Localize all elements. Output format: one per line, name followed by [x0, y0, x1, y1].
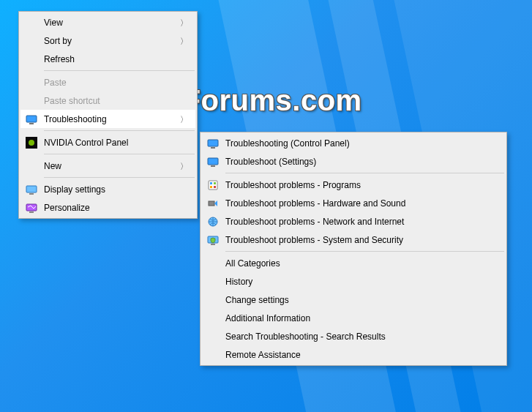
submenu-item-change-settings[interactable]: Change settings: [202, 291, 505, 309]
menu-item-paste: Paste: [20, 73, 195, 91]
submenu-item-troubleshoot-settings[interactable]: Troubleshoot (Settings): [202, 152, 505, 171]
submenu-item-all-categories[interactable]: All Categories: [202, 254, 505, 272]
menu-item-personalize[interactable]: Personalize: [20, 198, 195, 217]
menu-label: New: [44, 161, 61, 171]
chevron-right-icon: 〉: [180, 35, 188, 46]
svg-rect-17: [209, 201, 214, 206]
svg-rect-9: [211, 147, 215, 149]
menu-separator: [44, 70, 195, 71]
menu-item-nvidia-control-panel[interactable]: NVIDIA Control Panel: [20, 133, 195, 151]
menu-label: Troubleshooting: [44, 114, 107, 124]
troubleshoot-icon: [206, 155, 220, 168]
display-settings-icon: [25, 183, 38, 196]
chevron-right-icon: 〉: [180, 160, 188, 171]
troubleshooting-submenu: Troubleshooting (Control Panel) Troubles…: [200, 132, 507, 366]
menu-label: Troubleshooting (Control Panel): [225, 138, 350, 149]
svg-rect-12: [209, 181, 217, 190]
submenu-item-programs[interactable]: Troubleshoot problems - Programs: [202, 176, 505, 194]
menu-separator: [44, 154, 195, 154]
menu-label: Change settings: [225, 295, 289, 305]
svg-rect-8: [208, 140, 218, 146]
submenu-item-history[interactable]: History: [202, 272, 505, 291]
menu-separator: [225, 251, 504, 252]
menu-label: Paste shortcut: [44, 96, 100, 106]
svg-rect-13: [210, 182, 212, 184]
submenu-item-troubleshooting-control-panel[interactable]: Troubleshooting (Control Panel): [202, 134, 505, 152]
menu-item-new[interactable]: New 〉: [20, 157, 195, 175]
network-icon: [206, 215, 220, 228]
submenu-item-search-results[interactable]: Search Troubleshooting - Search Results: [202, 327, 505, 345]
menu-label: Paste: [44, 78, 67, 88]
menu-label: Search Troubleshooting - Search Results: [225, 332, 386, 342]
menu-label: Personalize: [44, 203, 90, 213]
menu-label: Troubleshoot problems - Network and Inte…: [225, 217, 404, 227]
menu-separator: [44, 130, 195, 131]
menu-label: Additional Information: [225, 313, 310, 323]
menu-label: Troubleshoot problems - System and Secur…: [225, 235, 403, 245]
submenu-item-hardware-and-sound[interactable]: Troubleshoot problems - Hardware and Sou…: [202, 194, 505, 212]
menu-label: Refresh: [44, 54, 75, 64]
svg-point-3: [29, 140, 34, 146]
submenu-item-additional-information[interactable]: Additional Information: [202, 309, 505, 327]
chevron-right-icon: 〉: [180, 113, 188, 124]
menu-item-troubleshooting[interactable]: Troubleshooting 〉: [20, 110, 195, 128]
menu-label: Troubleshoot problems - Hardware and Sou…: [225, 198, 405, 209]
menu-item-view[interactable]: View 〉: [20, 13, 195, 31]
troubleshoot-icon: [206, 137, 220, 150]
menu-label: Troubleshoot problems - Programs: [225, 180, 361, 190]
menu-label: Display settings: [44, 184, 105, 195]
svg-rect-20: [211, 244, 215, 245]
menu-item-paste-shortcut: Paste shortcut: [20, 91, 195, 110]
security-icon: [206, 233, 220, 247]
svg-rect-1: [29, 123, 34, 124]
menu-item-sort-by[interactable]: Sort by 〉: [20, 31, 195, 50]
menu-label: Troubleshoot (Settings): [225, 157, 316, 167]
svg-rect-14: [214, 182, 216, 184]
submenu-item-network-and-internet[interactable]: Troubleshoot problems - Network and Inte…: [202, 212, 505, 231]
menu-separator: [225, 173, 504, 173]
svg-rect-11: [211, 165, 215, 167]
programs-icon: [206, 179, 220, 192]
svg-rect-5: [29, 193, 34, 195]
menu-separator: [44, 177, 195, 178]
menu-label: Remote Assistance: [225, 350, 301, 360]
menu-label: NVIDIA Control Panel: [44, 138, 128, 148]
menu-label: All Categories: [225, 258, 280, 269]
svg-rect-10: [208, 158, 218, 165]
menu-label: View: [44, 18, 63, 28]
svg-rect-15: [210, 186, 212, 188]
submenu-item-remote-assistance[interactable]: Remote Assistance: [202, 345, 505, 364]
svg-rect-7: [29, 211, 34, 213]
svg-rect-4: [26, 186, 37, 192]
svg-rect-16: [214, 186, 216, 188]
menu-item-display-settings[interactable]: Display settings: [20, 180, 195, 198]
submenu-item-system-and-security[interactable]: Troubleshoot problems - System and Secur…: [202, 231, 505, 249]
svg-rect-0: [26, 116, 37, 122]
menu-item-refresh[interactable]: Refresh: [20, 50, 195, 68]
desktop-context-menu: View 〉 Sort by 〉 Refresh Paste Paste sho…: [18, 11, 198, 219]
personalize-icon: [25, 201, 38, 214]
nvidia-icon: [25, 136, 38, 149]
menu-label: Sort by: [44, 36, 72, 46]
chevron-right-icon: 〉: [180, 17, 188, 28]
troubleshooting-icon: [25, 113, 38, 126]
hardware-icon: [206, 197, 220, 210]
menu-label: History: [225, 277, 252, 287]
